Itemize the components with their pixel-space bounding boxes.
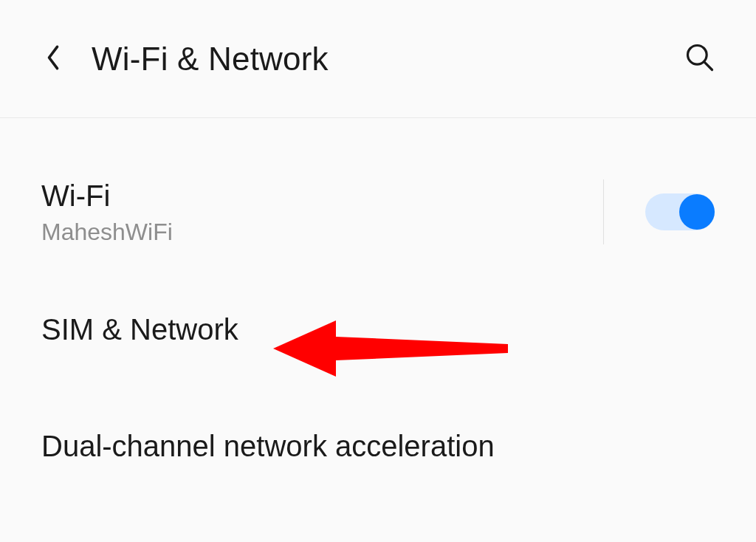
wifi-toggle[interactable] xyxy=(645,193,715,230)
wifi-title: Wi-Fi xyxy=(41,177,603,214)
wifi-toggle-area xyxy=(603,179,715,244)
sim-network-row[interactable]: SIM & Network xyxy=(0,289,756,370)
wifi-row-text: Wi-Fi MaheshWiFi xyxy=(41,177,603,246)
toggle-knob xyxy=(679,194,715,230)
search-icon xyxy=(684,41,716,77)
sim-title: SIM & Network xyxy=(41,311,715,348)
dual-row-text: Dual-channel network acceleration xyxy=(41,428,715,464)
page-title: Wi-Fi & Network xyxy=(92,41,679,78)
header-bar: Wi-Fi & Network xyxy=(0,0,756,118)
sim-row-text: SIM & Network xyxy=(41,311,715,348)
svg-line-1 xyxy=(704,62,712,69)
back-button[interactable] xyxy=(35,41,71,77)
settings-list: Wi-Fi MaheshWiFi SIM & Network Dual-chan… xyxy=(0,118,756,487)
chevron-left-icon xyxy=(45,44,61,75)
dual-channel-row[interactable]: Dual-channel network acceleration xyxy=(0,405,756,487)
dual-title: Dual-channel network acceleration xyxy=(41,428,715,464)
search-button[interactable] xyxy=(679,38,721,80)
wifi-row[interactable]: Wi-Fi MaheshWiFi xyxy=(0,155,756,268)
wifi-subtitle: MaheshWiFi xyxy=(41,219,603,246)
